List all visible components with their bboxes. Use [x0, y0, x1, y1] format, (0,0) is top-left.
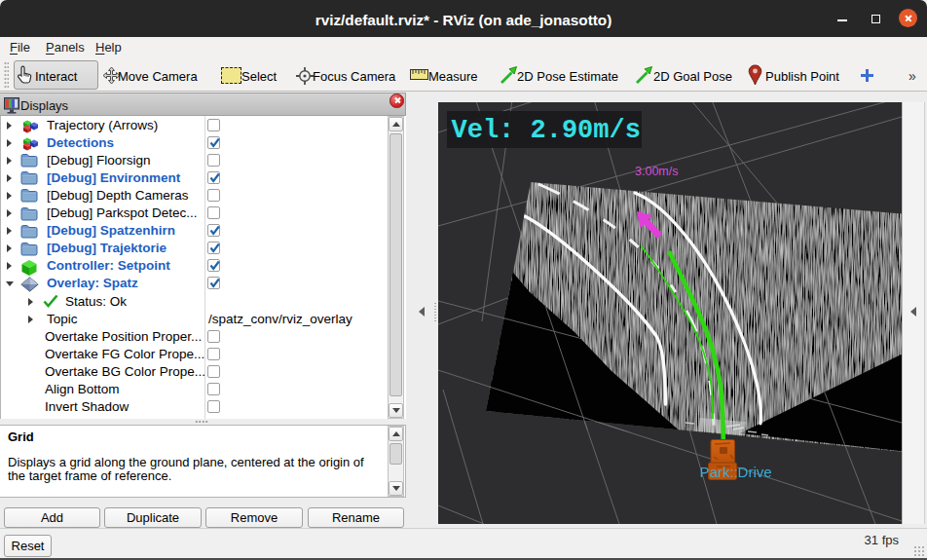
svg-text:3.00m/s: 3.00m/s — [635, 165, 678, 178]
svg-text:Park::Drive: Park::Drive — [699, 464, 771, 480]
svg-text:Vel: 2.90m/s: Vel: 2.90m/s — [452, 116, 641, 145]
